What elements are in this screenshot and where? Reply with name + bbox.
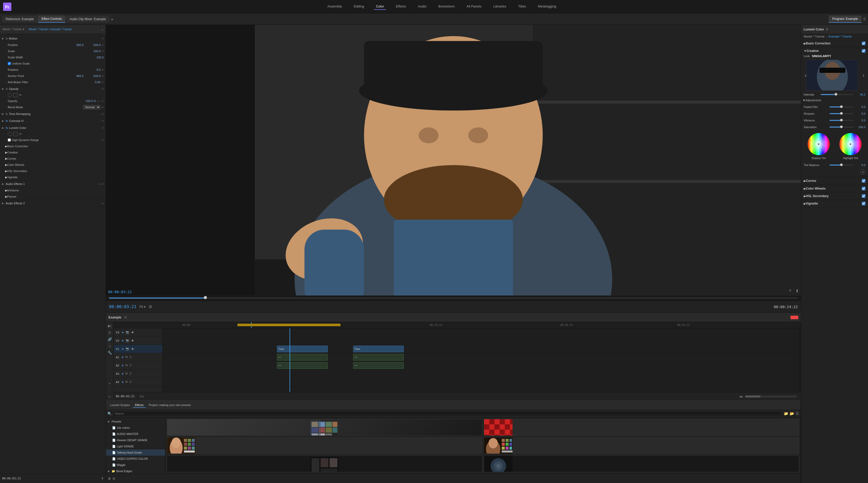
v1-eye-icon[interactable]: 👁 <box>131 347 134 351</box>
motion-reset-icon[interactable]: ↺ <box>101 37 103 40</box>
v2-track-row[interactable] <box>163 336 797 345</box>
preset-card-light[interactable]: Light GRADE <box>167 437 482 454</box>
scale-width-value[interactable]: 100.0 <box>88 56 103 59</box>
tree-item-light-grade[interactable]: 📄 Light GRADE <box>106 443 165 449</box>
colorista-header-row[interactable]: ▶ fx Colorista IV ⋮ ↺ <box>0 118 106 124</box>
opacity-section-reset-icon[interactable]: ↺ <box>101 88 103 90</box>
look-prev-btn[interactable]: ‹ <box>805 72 807 78</box>
basic-correction-sub-row[interactable]: ▶ Basic Correction <box>0 143 106 149</box>
v1-track-row[interactable]: Tutor Tutor <box>163 345 797 353</box>
tl-tool-wrench[interactable]: 🔧 <box>107 350 113 355</box>
monitor-settings-icon[interactable]: ⚙ <box>149 304 152 309</box>
a1-clip-1[interactable]: ~~ <box>277 354 328 361</box>
volume-row[interactable]: ▶ fx Volume <box>0 187 106 193</box>
tab-project-presets[interactable]: Project: making your own presets <box>147 403 193 408</box>
hdr-reset-icon[interactable]: ↺ <box>101 139 103 141</box>
opacity-pen-icon[interactable]: ✏ <box>19 93 22 97</box>
lumetri-circle-icon[interactable] <box>8 132 12 136</box>
intensity-thumb[interactable] <box>835 93 837 96</box>
creative-checkbox[interactable] <box>862 49 865 53</box>
hdr-checkbox[interactable] <box>8 138 11 141</box>
blend-mode-reset-icon[interactable]: ↺ <box>101 106 103 109</box>
lumetri-menu-icon[interactable]: ☰ <box>826 28 828 31</box>
nav-assembly[interactable]: Assembly <box>325 3 344 10</box>
faded-film-slider[interactable] <box>830 106 854 107</box>
audio-effects-1-header[interactable]: ▶ Audio Effects 1 + ↺ <box>0 181 106 187</box>
vignette-expand[interactable]: ▶ <box>804 202 806 205</box>
vignette-sub-row[interactable]: ▶ Vignette <box>0 174 106 180</box>
saturation-slider[interactable] <box>830 127 854 128</box>
time-remap-toggle[interactable]: ▶ <box>2 112 5 115</box>
motion-header-row[interactable]: ▶ fx Motion ↺ <box>0 35 106 42</box>
rotation-reset-icon[interactable]: ↺ <box>101 68 103 71</box>
color-wheels-sub-row[interactable]: ▶ Color Wheels <box>0 162 106 168</box>
anchor-x-value[interactable]: 960.0 <box>68 74 84 77</box>
colorista-menu-icon[interactable]: ⋮ <box>98 119 100 123</box>
new-folder-icon[interactable]: 📁 <box>784 412 788 416</box>
sharpen-slider[interactable] <box>830 113 854 114</box>
color-wheels-toggle[interactable]: ▶ <box>5 163 7 167</box>
lumetri-reset-icon[interactable]: ↺ <box>101 127 103 129</box>
vignette-checkbox[interactable] <box>862 202 865 205</box>
tl-tool-snap[interactable]: ⊡ <box>107 330 113 335</box>
tl-tool-linked[interactable]: 🔗 <box>107 336 113 342</box>
lum-curves-header[interactable]: ▶ Curves <box>801 178 868 184</box>
intensity-slider[interactable] <box>821 94 854 95</box>
opacity-keyframe-icon[interactable]: ◇ <box>97 99 99 103</box>
scrubber-head[interactable] <box>204 296 207 299</box>
scale-value[interactable]: 100.0 <box>85 50 100 53</box>
effects-grid-view-btn[interactable]: ⊞ <box>113 477 115 480</box>
anti-flicker-reset-icon[interactable]: ↺ <box>101 81 103 84</box>
timeline-scrollbar[interactable] <box>799 328 801 392</box>
vibrance-slider[interactable] <box>830 120 854 121</box>
tree-item-talking-head[interactable]: 📄 Talking Head Grade <box>106 449 165 456</box>
tl-cursor-tool[interactable]: ↖ <box>107 394 113 399</box>
nav-allpanels[interactable]: All Panels <box>464 3 484 10</box>
position-x-value[interactable]: 960.0 <box>68 43 84 46</box>
panner-row[interactable]: ▶ Panner <box>0 193 106 200</box>
tree-item-wiggle[interactable]: 📄 Wiggle <box>106 462 165 468</box>
nav-color[interactable]: Color <box>374 3 386 10</box>
lumetri-color-toggle[interactable]: ▶ <box>2 127 5 129</box>
tab-reference[interactable]: Reference: Example <box>2 16 37 23</box>
opacity-reset-icon[interactable]: ↺ <box>101 100 103 102</box>
hsl-secondary-sub-row[interactable]: ▶ HSL Secondary <box>0 168 106 174</box>
preset-card-desat[interactable]: Heavier DESAT GRADE <box>484 419 799 436</box>
vibrance-thumb[interactable] <box>840 119 843 121</box>
anchor-y-value[interactable]: 540.0 <box>85 74 100 77</box>
tl-zoom-out[interactable]: - <box>107 387 113 393</box>
saturation-thumb[interactable] <box>840 126 843 128</box>
curves-sub-row[interactable]: ▶ Curves <box>0 156 106 162</box>
effects-delete-btn[interactable]: 🗑 <box>108 477 111 480</box>
opacity-toggle[interactable]: ▶ <box>2 88 5 90</box>
tl-tool-add-marker[interactable]: ◇ <box>107 343 113 348</box>
rotation-value[interactable]: 0.0 <box>85 68 100 71</box>
creative-toggle[interactable]: ▶ <box>5 151 7 154</box>
vignette-toggle[interactable]: ▶ <box>5 175 7 179</box>
tab-lumetri-scopes[interactable]: Lumetri Scopes <box>108 403 132 408</box>
a1-clip-2[interactable]: ~~ <box>353 354 404 361</box>
opacity-circle-icon[interactable] <box>8 93 12 97</box>
opacity-square-icon[interactable] <box>13 93 18 97</box>
nav-editing[interactable]: Editing <box>351 3 366 10</box>
audio-effects-2-header[interactable]: ▶ Audio Effects 2 + <box>0 200 106 206</box>
curves-toggle[interactable]: ▶ <box>5 157 7 160</box>
volume-toggle[interactable]: ▶ <box>5 189 7 192</box>
shadow-tint-wheel[interactable] <box>807 132 830 156</box>
tree-item-1dx[interactable]: 📄 1dx colors <box>106 425 165 431</box>
a2-clip-2[interactable]: ~~ <box>353 362 404 369</box>
curves-checkbox[interactable] <box>862 179 865 183</box>
audio-effects-1-toggle[interactable]: ▶ <box>2 183 5 185</box>
position-y-value[interactable]: 540.0 <box>85 43 100 46</box>
tab-effect-controls[interactable]: Effect Controls <box>38 15 65 23</box>
list-view-icon[interactable]: ☰ <box>796 412 799 416</box>
basic-correction-toggle[interactable]: ▶ <box>5 144 7 148</box>
look-name[interactable]: SINGULARITY <box>812 55 831 58</box>
creative-expand[interactable]: ▼ <box>804 49 807 53</box>
tree-item-audio-master[interactable]: 📄 AUDIO MASTER <box>106 431 165 437</box>
time-remapping-row[interactable]: ▶ fx Time Remapping ↺ <box>0 110 106 117</box>
tab-expand-icon[interactable]: » <box>111 17 113 21</box>
tab-program-monitor[interactable]: Program: Example <box>829 15 862 23</box>
tree-item-bevel[interactable]: ▶ 📁 Bevel Edges <box>106 468 165 474</box>
timeline-zoom-slider[interactable] <box>745 395 797 397</box>
